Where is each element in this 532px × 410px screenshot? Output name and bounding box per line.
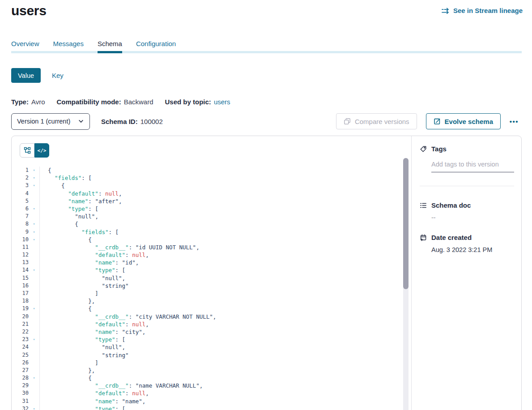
code-text: "__crdb__": "city VARCHAR NOT NULL", — [39, 313, 411, 320]
key-value-toggle: Value Key — [11, 68, 64, 83]
stream-lineage-link[interactable]: See in Stream lineage — [442, 7, 523, 14]
chevron-down-icon — [78, 118, 84, 124]
code-text: "type": [ — [39, 266, 411, 274]
code-text: { — [39, 374, 411, 382]
code-text: "type": [ — [39, 205, 411, 213]
tags-heading-label: Tags — [431, 145, 447, 153]
version-select[interactable]: Version 1 (current) — [11, 113, 90, 130]
line-number: 3 — [12, 182, 29, 189]
line-number: 13 — [12, 259, 29, 266]
fold-spacer — [29, 351, 39, 359]
code-text: "default": null, — [39, 389, 411, 397]
code-line: 24 "null", — [12, 343, 411, 351]
code-line: 28▾ { — [12, 374, 411, 382]
tab-overview[interactable]: Overview — [11, 40, 39, 52]
compare-versions-button[interactable]: Compare versions — [336, 113, 417, 129]
schema-meta-row: Type:Avro Compatibility mode:Backward Us… — [11, 98, 242, 106]
line-number: 10 — [12, 236, 29, 243]
fold-arrow-icon[interactable]: ▾ — [29, 266, 39, 274]
fold-arrow-icon[interactable]: ▾ — [29, 220, 39, 228]
page-title: users — [11, 3, 47, 18]
tab-messages[interactable]: Messages — [53, 40, 84, 52]
line-number: 31 — [12, 397, 29, 405]
schema-panel: </> 1▾{2▾ "fields": [3▾ {4 "default": nu… — [11, 136, 522, 410]
code-line: 32▾ "type": [ — [12, 405, 411, 410]
tab-underline-track — [11, 51, 522, 53]
line-number: 5 — [12, 197, 29, 205]
code-text: "string" — [39, 282, 411, 290]
fold-spacer — [29, 320, 39, 328]
value-toggle-button[interactable]: Value — [11, 68, 41, 83]
fold-arrow-icon[interactable]: ▾ — [29, 205, 39, 213]
code-text: "name": "city", — [39, 328, 411, 336]
code-line: 15 "null", — [12, 274, 411, 282]
fold-arrow-icon[interactable]: ▾ — [29, 305, 39, 312]
code-line: 14▾ "type": [ — [12, 266, 411, 274]
code-text: }, — [39, 297, 411, 305]
fold-arrow-icon[interactable]: ▾ — [29, 336, 39, 343]
line-number: 23 — [12, 336, 29, 343]
fold-arrow-icon[interactable]: ▾ — [29, 174, 39, 182]
line-number: 21 — [12, 320, 29, 328]
version-toolbar: Version 1 (current) Schema ID:100002 Com… — [11, 113, 522, 130]
code-text: { — [39, 220, 411, 228]
fold-spacer — [29, 282, 39, 290]
code-text: "fields": [ — [39, 228, 411, 236]
code-line: 26 ] — [12, 359, 411, 367]
fold-spacer — [29, 367, 39, 374]
more-actions-button[interactable]: ••• — [506, 118, 522, 125]
fold-arrow-icon[interactable]: ▾ — [29, 228, 39, 236]
line-number: 12 — [12, 251, 29, 259]
fold-spacer — [29, 343, 39, 351]
code-line: 27 }, — [12, 367, 411, 374]
type-value: Avro — [31, 98, 45, 106]
line-number: 18 — [12, 297, 29, 305]
evolve-schema-label: Evolve schema — [445, 118, 493, 125]
code-line: 31 "name": "name", — [12, 397, 411, 405]
code-view-button[interactable]: </> — [34, 143, 49, 158]
code-text: "name": "id", — [39, 259, 411, 266]
evolve-schema-button[interactable]: Evolve schema — [426, 113, 501, 129]
fold-spacer — [29, 297, 39, 305]
key-toggle-button[interactable]: Key — [52, 72, 64, 79]
type-pair: Type:Avro — [11, 98, 45, 106]
fold-arrow-icon[interactable]: ▾ — [29, 182, 39, 189]
fold-arrow-icon[interactable]: ▾ — [29, 236, 39, 243]
line-number: 28 — [12, 374, 29, 382]
tab-configuration[interactable]: Configuration — [136, 40, 176, 52]
sidebar-divider — [420, 186, 514, 186]
schema-sidebar: Tags Schema doc -- — [412, 136, 521, 410]
fold-spacer — [29, 389, 39, 397]
code-line: 4 "default": null, — [12, 190, 411, 197]
date-created-section: Date created Aug. 3 2022 3:21 PM — [420, 234, 514, 253]
schema-doc-value: -- — [431, 214, 514, 221]
calendar-plus-icon — [420, 234, 427, 241]
schema-doc-heading: Schema doc — [420, 201, 514, 209]
topic-link[interactable]: users — [214, 98, 230, 106]
tab-bar: Overview Messages Schema Configuration — [11, 40, 176, 52]
line-number: 16 — [12, 282, 29, 290]
code-text: ] — [39, 290, 411, 297]
code-text: ] — [39, 359, 411, 367]
code-lines: 1▾{2▾ "fields": [3▾ {4 "default": null,5… — [12, 167, 411, 410]
topic-pair: Used by topic:users — [165, 98, 230, 106]
code-line: 10▾ { — [12, 236, 411, 243]
code-line: 17 ] — [12, 290, 411, 297]
fold-arrow-icon[interactable]: ▾ — [29, 405, 39, 410]
code-line: 25 "string" — [12, 351, 411, 359]
stream-lineage-label: See in Stream lineage — [453, 7, 523, 14]
fold-arrow-icon[interactable]: ▾ — [29, 167, 39, 174]
stream-lineage-icon — [442, 8, 450, 14]
used-by-topic-label: Used by topic: — [165, 98, 211, 106]
line-number: 26 — [12, 359, 29, 367]
fold-spacer — [29, 382, 39, 389]
tab-schema[interactable]: Schema — [98, 40, 122, 52]
code-scrollbar-thumb[interactable] — [403, 158, 409, 289]
code-scrollbar-track[interactable] — [403, 158, 409, 410]
tags-input[interactable] — [431, 160, 514, 172]
code-line: 29 "__crdb__": "name VARCHAR NULL", — [12, 382, 411, 389]
fold-arrow-icon[interactable]: ▾ — [29, 374, 39, 382]
code-line: 8▾ { — [12, 220, 411, 228]
line-number: 14 — [12, 266, 29, 274]
tree-view-button[interactable] — [20, 143, 34, 158]
